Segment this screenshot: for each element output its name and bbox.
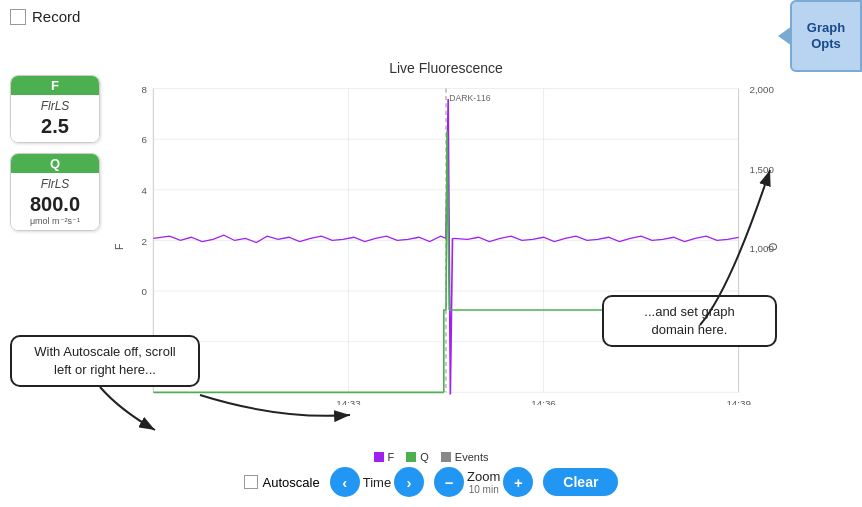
- svg-text:6: 6: [141, 135, 146, 146]
- svg-text:8: 8: [141, 84, 146, 95]
- svg-text:F: F: [113, 243, 125, 250]
- svg-text:2: 2: [141, 236, 146, 247]
- chart-svg-wrapper[interactable]: 8 6 4 2 0 -2 F 2,000 1,500 1,000 500 Q 1…: [110, 78, 782, 405]
- zoom-out-button[interactable]: −: [434, 467, 464, 497]
- chart-svg: 8 6 4 2 0 -2 F 2,000 1,500 1,000 500 Q 1…: [110, 78, 782, 405]
- clear-button[interactable]: Clear: [543, 468, 618, 496]
- legend-color-events: [441, 452, 451, 462]
- legend-item-events: Events: [441, 451, 489, 463]
- zoom-label-group: Zoom 10 min: [467, 469, 500, 495]
- time-forward-button[interactable]: ›: [394, 467, 424, 497]
- record-area[interactable]: Record: [10, 8, 80, 25]
- legend-label-events: Events: [455, 451, 489, 463]
- controls-row: Autoscale ‹ Time › − Zoom 10 min + Clear: [244, 467, 619, 497]
- svg-text:-2: -2: [138, 337, 147, 348]
- svg-text:1,500: 1,500: [749, 164, 773, 175]
- autoscale-checkbox[interactable]: [244, 475, 258, 489]
- legend-label-F: F: [388, 451, 395, 463]
- metric-subtitle-Q: FlrLS: [17, 177, 93, 191]
- metric-value-F: 2.5: [17, 115, 93, 138]
- svg-text:4: 4: [141, 185, 147, 196]
- svg-text:0: 0: [141, 286, 146, 297]
- legend-label-Q: Q: [420, 451, 429, 463]
- metric-header-Q: Q: [11, 154, 99, 173]
- legend-color-F: [374, 452, 384, 462]
- svg-text:14:33: 14:33: [336, 398, 360, 405]
- metric-card-F: F FlrLS 2.5: [10, 75, 100, 143]
- chart-container: Live Fluorescence 8 6 4 2 0 -2 F: [110, 60, 782, 407]
- legend-item-Q: Q: [406, 451, 429, 463]
- svg-text:500: 500: [749, 322, 765, 333]
- metric-subtitle-F: FlrLS: [17, 99, 93, 113]
- legend-item-F: F: [374, 451, 395, 463]
- svg-text:14:36: 14:36: [531, 398, 555, 405]
- record-label: Record: [32, 8, 80, 25]
- metric-body-F: FlrLS 2.5: [11, 95, 99, 142]
- autoscale-label: Autoscale: [263, 475, 320, 490]
- metric-body-Q: FlrLS 800.0 μmol m⁻²s⁻¹: [11, 173, 99, 230]
- time-back-button[interactable]: ‹: [330, 467, 360, 497]
- graph-opts-button[interactable]: Graph Opts: [790, 0, 862, 72]
- svg-text:DARK-116: DARK-116: [449, 93, 491, 103]
- time-controls: ‹ Time ›: [330, 467, 424, 497]
- legend-row: F Q Events: [374, 451, 489, 463]
- top-bar: Record: [0, 0, 862, 33]
- record-checkbox[interactable]: [10, 9, 26, 25]
- svg-text:14:39: 14:39: [726, 398, 750, 405]
- graph-opts-arrow-icon: [778, 26, 792, 46]
- bottom-controls: F Q Events Autoscale ‹ Time › − Zoom 10: [0, 451, 862, 497]
- legend-color-Q: [406, 452, 416, 462]
- zoom-controls: − Zoom 10 min +: [434, 467, 533, 497]
- left-panels: F FlrLS 2.5 Q FlrLS 800.0 μmol m⁻²s⁻¹: [10, 75, 100, 231]
- zoom-label: Zoom: [467, 469, 500, 484]
- metric-card-Q: Q FlrLS 800.0 μmol m⁻²s⁻¹: [10, 153, 100, 231]
- svg-text:2,000: 2,000: [749, 84, 773, 95]
- graph-opts-label: Graph Opts: [807, 20, 845, 51]
- metric-header-F: F: [11, 76, 99, 95]
- svg-text:Q: Q: [767, 243, 779, 251]
- metric-value-Q: 800.0: [17, 193, 93, 216]
- zoom-in-button[interactable]: +: [503, 467, 533, 497]
- autoscale-area[interactable]: Autoscale: [244, 475, 320, 490]
- time-label: Time: [363, 475, 391, 490]
- chart-title: Live Fluorescence: [110, 60, 782, 76]
- time-label-group: Time: [363, 475, 391, 490]
- metric-unit-Q: μmol m⁻²s⁻¹: [17, 216, 93, 226]
- zoom-sublabel: 10 min: [469, 484, 499, 495]
